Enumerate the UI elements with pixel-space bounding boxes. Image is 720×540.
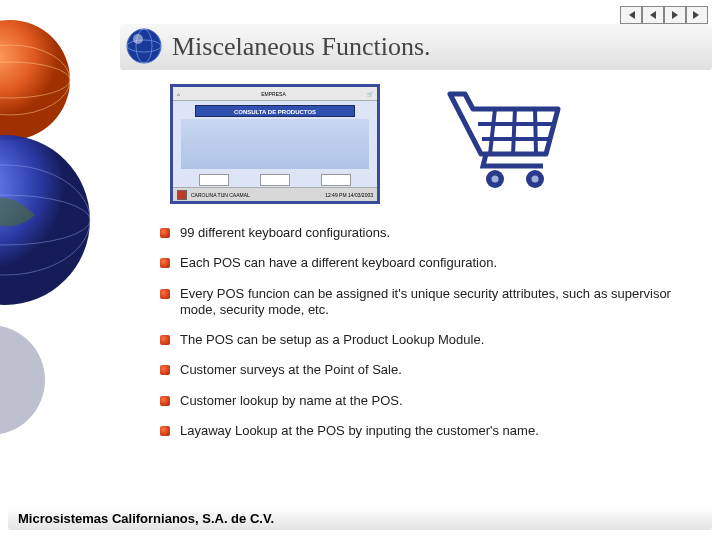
list-item: Every POS funcion can be assigned it's u… xyxy=(160,286,680,319)
svg-point-21 xyxy=(532,176,539,183)
svg-point-2 xyxy=(0,325,45,435)
bullet-icon xyxy=(160,289,170,299)
footer-bar: Microsistemas Californianos, S.A. de C.V… xyxy=(8,506,712,530)
screenshot-caption: CAROLINA TUN CAAMAL xyxy=(191,192,250,198)
svg-point-0 xyxy=(0,20,70,140)
nav-controls xyxy=(620,6,708,24)
bullet-icon xyxy=(160,426,170,436)
nav-next-button[interactable] xyxy=(664,6,686,24)
screenshot-time: 12:49 PM 14/03/2003 xyxy=(325,192,373,198)
bullet-text: Customer surveys at the Point of Sale. xyxy=(180,362,402,378)
bullet-icon xyxy=(160,365,170,375)
svg-line-16 xyxy=(513,109,515,154)
bullet-icon xyxy=(160,396,170,406)
svg-line-17 xyxy=(535,109,536,154)
list-item: 99 different keyboard configurations. xyxy=(160,225,680,241)
title-bar: Miscelaneous Functions. xyxy=(120,24,712,70)
shopping-cart-icon xyxy=(440,84,580,194)
globe-icon xyxy=(124,26,164,66)
images-row: ⌂EMPRESA🛒 CONSULTA DE PRODUCTOS CAROLINA… xyxy=(170,84,690,214)
svg-line-15 xyxy=(490,109,495,154)
bullet-text: The POS can be setup as a Product Lookup… xyxy=(180,332,484,348)
screenshot-banner: CONSULTA DE PRODUCTOS xyxy=(195,105,355,117)
svg-point-19 xyxy=(492,176,499,183)
bullet-text: Every POS funcion can be assigned it's u… xyxy=(180,286,680,319)
nav-last-button[interactable] xyxy=(686,6,708,24)
bullet-icon xyxy=(160,335,170,345)
nav-first-button[interactable] xyxy=(620,6,642,24)
list-item: Customer lookup by name at the POS. xyxy=(160,393,680,409)
list-item: Each POS can have a different keyboard c… xyxy=(160,255,680,271)
bullet-text: Each POS can have a different keyboard c… xyxy=(180,255,497,271)
page-title: Miscelaneous Functions. xyxy=(172,32,431,62)
nav-prev-button[interactable] xyxy=(642,6,664,24)
list-item: The POS can be setup as a Product Lookup… xyxy=(160,332,680,348)
svg-point-11 xyxy=(133,34,143,44)
pos-screenshot: ⌂EMPRESA🛒 CONSULTA DE PRODUCTOS CAROLINA… xyxy=(170,84,380,204)
bullet-text: Layaway Lookup at the POS by inputing th… xyxy=(180,423,539,439)
list-item: Layaway Lookup at the POS by inputing th… xyxy=(160,423,680,439)
bullet-text: Customer lookup by name at the POS. xyxy=(180,393,403,409)
list-item: Customer surveys at the Point of Sale. xyxy=(160,362,680,378)
bullet-text: 99 different keyboard configurations. xyxy=(180,225,390,241)
bullet-icon xyxy=(160,228,170,238)
bullet-list: 99 different keyboard configurations. Ea… xyxy=(160,225,680,453)
footer-text: Microsistemas Californianos, S.A. de C.V… xyxy=(18,511,274,526)
globe-background xyxy=(0,20,140,540)
bullet-icon xyxy=(160,258,170,268)
